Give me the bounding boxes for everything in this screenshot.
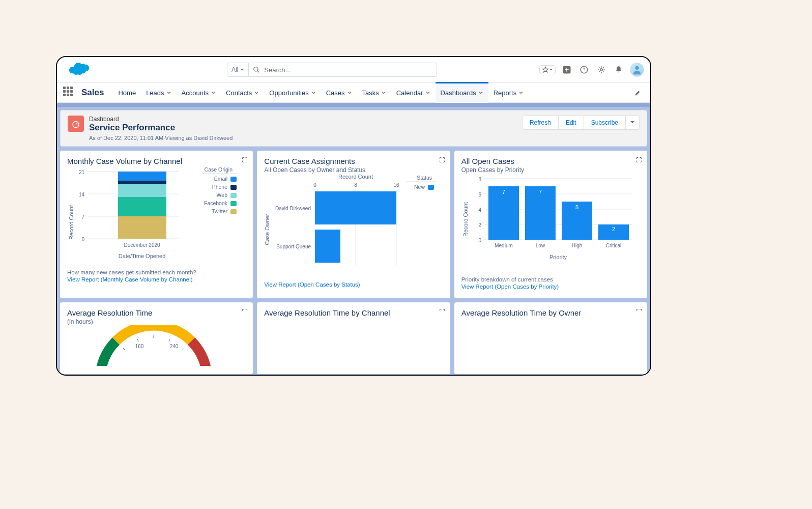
svg-text:Support Queue: Support Queue <box>277 244 311 249</box>
search-input[interactable]: Search... <box>249 63 437 77</box>
chevron-down-icon <box>425 90 430 95</box>
notifications-button[interactable] <box>613 64 625 76</box>
expand-button[interactable] <box>242 156 248 165</box>
svg-text:7: 7 <box>81 214 84 220</box>
view-report-link[interactable]: View Report (Open Cases by Priority) <box>461 284 640 290</box>
chevron-down-icon <box>347 90 352 95</box>
expand-icon <box>439 308 445 315</box>
nav-label: Tasks <box>362 89 379 97</box>
nav-label: Home <box>118 89 136 97</box>
chevron-down-icon <box>254 90 259 95</box>
add-button[interactable] <box>561 64 573 76</box>
global-header: All Search... ? <box>57 57 650 82</box>
expand-icon <box>242 308 248 315</box>
card-subtitle: All Open Cases by Owner and Status <box>264 166 443 174</box>
svg-rect-20 <box>118 181 166 184</box>
svg-text:Facebook: Facebook <box>204 200 228 206</box>
app-window: All Search... ? Sales HomeLeadsAccountsC… <box>56 56 651 376</box>
chart-monthly: Record Count 21 14 7 0 <box>67 166 240 263</box>
expand-button[interactable] <box>439 156 445 165</box>
svg-text:6: 6 <box>478 192 481 197</box>
expand-button[interactable] <box>636 156 642 165</box>
nav-label: Opportunities <box>269 89 308 97</box>
chevron-down-icon <box>518 90 524 95</box>
svg-point-5 <box>600 69 603 71</box>
svg-text:240: 240 <box>170 344 179 349</box>
expand-button[interactable] <box>242 307 248 317</box>
svg-text:Case Origin: Case Origin <box>205 166 233 173</box>
nav-label: Calendar <box>396 89 423 97</box>
star-icon <box>542 66 549 73</box>
nav-label: Dashboards <box>441 89 476 97</box>
svg-text:December 2020: December 2020 <box>124 242 160 248</box>
svg-text:Record Count: Record Count <box>68 205 74 240</box>
chevron-down-icon <box>381 90 386 95</box>
svg-text:2: 2 <box>612 226 615 232</box>
nav-label: Contacts <box>226 89 252 97</box>
nav-tab-tasks[interactable]: Tasks <box>357 82 391 103</box>
dashboard-grid: Monthly Case Volume by Channel Record Co… <box>60 151 647 374</box>
nav-tab-cases[interactable]: Cases <box>321 82 357 103</box>
svg-line-80 <box>182 348 184 350</box>
dashboard-actions: Refresh Edit Subscribe <box>522 116 640 130</box>
search-scope-dropdown[interactable]: All <box>227 63 249 77</box>
svg-point-0 <box>254 67 258 71</box>
nav-tab-home[interactable]: Home <box>113 82 141 103</box>
card-footer: Priority breakdown of current cases <box>461 276 640 282</box>
nav-tab-reports[interactable]: Reports <box>488 82 529 103</box>
svg-rect-29 <box>230 185 237 190</box>
dashboard-subtitle: As of Dec 22, 2020, 11:01 AM·Viewing as … <box>89 135 522 141</box>
avatar-icon <box>631 64 643 75</box>
svg-rect-31 <box>230 193 237 198</box>
chart-gauge: 160 240 <box>67 325 240 366</box>
nav-label: Cases <box>326 89 345 97</box>
app-launcher-icon[interactable] <box>63 87 75 99</box>
accent-bar <box>57 103 650 107</box>
expand-button[interactable] <box>439 307 445 317</box>
svg-text:8: 8 <box>355 182 358 188</box>
dashboard-header: Dashboard Service Performance As of Dec … <box>60 110 647 147</box>
expand-button[interactable] <box>636 307 642 317</box>
dashboard-icon <box>68 116 84 132</box>
refresh-button[interactable]: Refresh <box>522 116 559 130</box>
help-button[interactable]: ? <box>578 64 590 76</box>
nav-tab-accounts[interactable]: Accounts <box>177 82 221 103</box>
favorites-button[interactable] <box>539 65 556 74</box>
edit-button[interactable]: Edit <box>559 116 584 130</box>
svg-text:High: High <box>571 243 582 248</box>
more-actions-button[interactable] <box>626 116 640 130</box>
setup-button[interactable] <box>595 64 607 76</box>
svg-point-6 <box>635 66 639 70</box>
svg-text:16: 16 <box>394 182 400 188</box>
svg-rect-18 <box>118 197 166 216</box>
nav-tab-dashboards[interactable]: Dashboards <box>436 82 488 103</box>
svg-rect-19 <box>118 184 166 197</box>
chevron-down-icon <box>211 90 216 95</box>
card-title: Average Resolution Time by Channel <box>264 308 443 317</box>
svg-rect-51 <box>428 185 434 190</box>
card-title: All Open Cases <box>461 157 640 165</box>
svg-rect-44 <box>315 191 396 224</box>
nav-tab-calendar[interactable]: Calendar <box>391 82 436 103</box>
svg-rect-27 <box>230 177 237 182</box>
nav-label: Accounts <box>182 89 209 97</box>
edit-nav-button[interactable] <box>632 87 644 99</box>
svg-text:Record Count: Record Count <box>462 202 469 237</box>
dashboard-label: Dashboard <box>89 116 522 123</box>
svg-line-76 <box>123 348 125 350</box>
nav-tab-leads[interactable]: Leads <box>141 82 176 103</box>
view-report-link[interactable]: View Report (Monthly Case Volume by Chan… <box>67 276 246 282</box>
svg-text:0: 0 <box>478 238 481 243</box>
subscribe-button[interactable]: Subscribe <box>584 116 626 130</box>
caret-down-icon <box>549 68 553 72</box>
nav-tab-opportunities[interactable]: Opportunities <box>264 82 321 103</box>
svg-line-79 <box>169 339 170 342</box>
svg-rect-35 <box>230 209 237 214</box>
svg-line-1 <box>257 71 259 73</box>
svg-rect-21 <box>118 172 166 181</box>
dashboard-title: Service Performance <box>89 123 522 133</box>
user-avatar[interactable] <box>630 63 644 77</box>
nav-tab-contacts[interactable]: Contacts <box>221 82 264 103</box>
expand-icon <box>636 308 642 315</box>
view-report-link[interactable]: View Report (Open Cases by Status) <box>264 281 443 288</box>
